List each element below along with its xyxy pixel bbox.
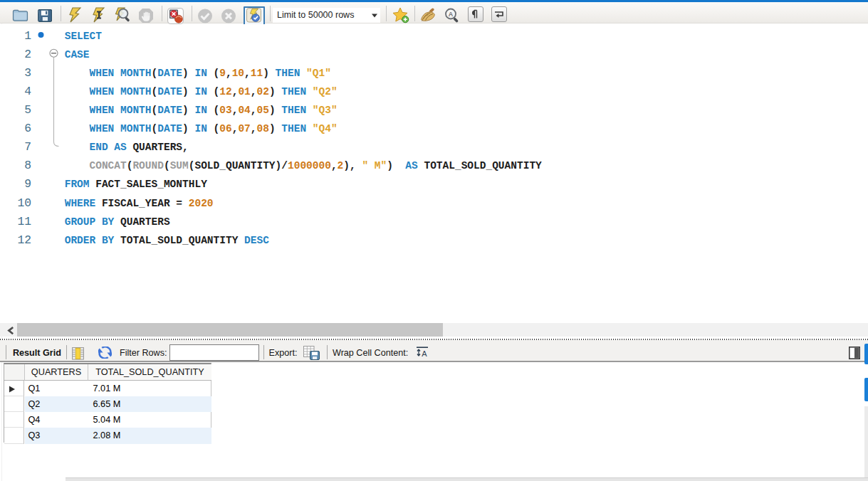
svg-text:A: A (449, 11, 454, 18)
svg-text:A: A (422, 349, 427, 358)
